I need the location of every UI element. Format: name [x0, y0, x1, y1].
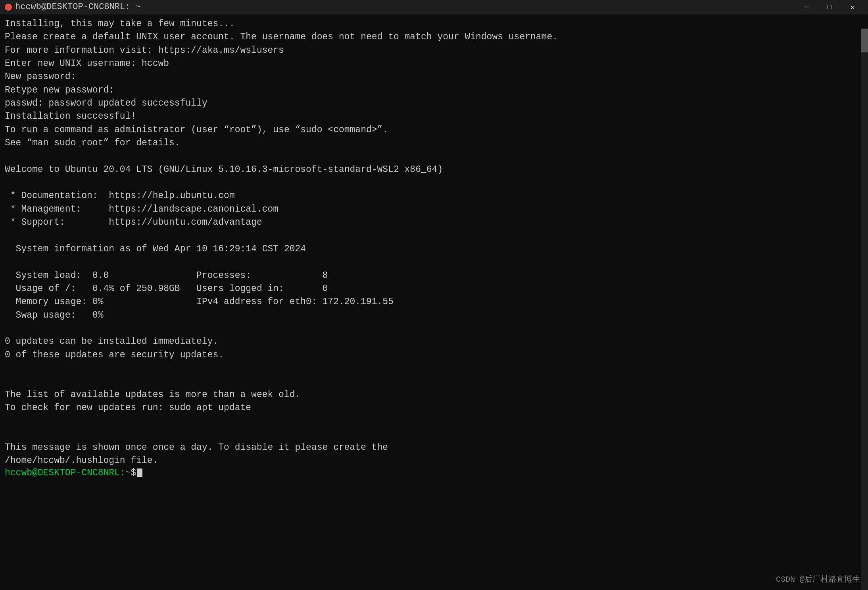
cursor	[137, 469, 142, 477]
window-controls: ─ □ ✕	[796, 0, 863, 14]
minimize-button[interactable]: ─	[796, 0, 817, 14]
scrollbar-track[interactable]	[861, 29, 868, 590]
prompt-line: hccwb@DESKTOP-CNC8NRL:~ $	[5, 468, 857, 478]
prompt-symbol: $	[131, 468, 136, 478]
window-title: hccwb@DESKTOP-CNC8NRL: ~	[15, 2, 141, 12]
terminal-content: Installing, this may take a few minutes.…	[0, 14, 868, 481]
close-button[interactable]: ✕	[842, 0, 863, 14]
app-icon	[5, 4, 12, 11]
terminal-output: Installing, this may take a few minutes.…	[5, 17, 857, 468]
watermark: CSDN @后厂村路直博生	[776, 574, 860, 584]
prompt-text: hccwb@DESKTOP-CNC8NRL:~	[5, 468, 131, 478]
restore-button[interactable]: □	[819, 0, 840, 14]
terminal-window: hccwb@DESKTOP-CNC8NRL: ~ ─ □ ✕ Installin…	[0, 0, 868, 590]
titlebar: hccwb@DESKTOP-CNC8NRL: ~ ─ □ ✕	[0, 0, 868, 14]
scrollbar-thumb[interactable]	[861, 29, 868, 52]
